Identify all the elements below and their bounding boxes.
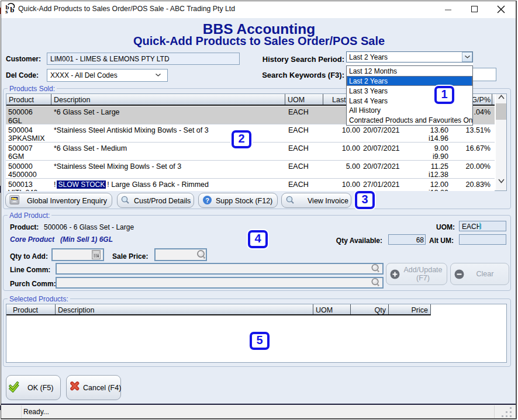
svg-text:?: ? bbox=[205, 197, 209, 204]
svg-text:b: b bbox=[10, 5, 14, 14]
svg-text:s: s bbox=[5, 8, 8, 15]
